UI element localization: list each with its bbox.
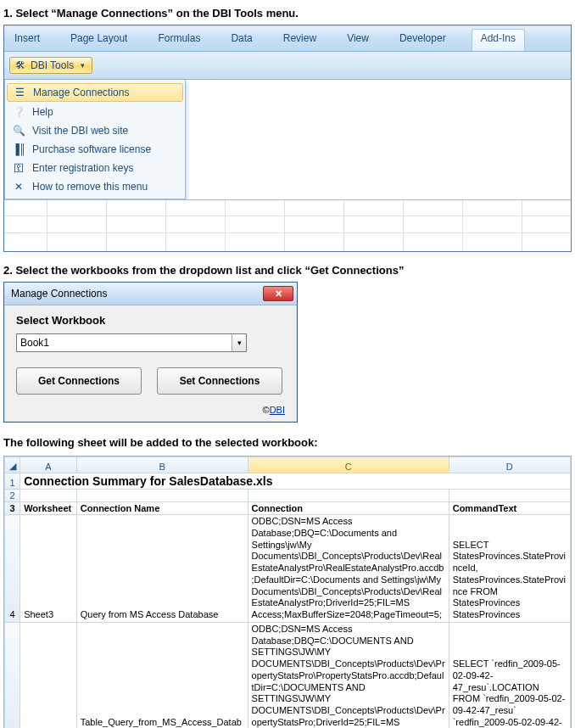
- dbi-tools-button[interactable]: 🛠 DBI Tools ▾: [9, 57, 92, 74]
- ribbon-screenshot: Insert Page Layout Formulas Data Review …: [3, 25, 572, 252]
- workbook-combo[interactable]: Book1 ▾: [16, 333, 247, 352]
- cell-worksheet[interactable]: Sheet3: [20, 515, 77, 623]
- help-icon: ❔: [12, 105, 25, 119]
- connection-summary-sheet: ◢ A B C D 1 Connection Summary for Sales…: [3, 456, 572, 728]
- menu-register[interactable]: ⚿ Enter registration keys: [5, 159, 185, 177]
- step1-title: 1. Select “Manage Connections” on the DB…: [3, 7, 572, 20]
- dialog-title: Manage Connections: [11, 288, 107, 300]
- menu-remove[interactable]: ✕ How to remove this menu: [5, 177, 185, 196]
- cell[interactable]: [248, 490, 449, 502]
- ribbon-tab-data[interactable]: Data: [226, 29, 257, 51]
- header-commandtext[interactable]: CommandText: [449, 502, 570, 515]
- col-header-D[interactable]: D: [449, 457, 570, 473]
- ribbon-tab-review[interactable]: Review: [278, 29, 321, 51]
- cell-worksheet[interactable]: Sheet1: [20, 622, 77, 728]
- select-all-corner[interactable]: ◢: [5, 457, 20, 473]
- col-header-B[interactable]: B: [76, 457, 248, 473]
- row-header-2[interactable]: 2: [5, 490, 20, 502]
- menu-label: Enter registration keys: [32, 162, 133, 174]
- header-connection[interactable]: Connection: [248, 502, 449, 515]
- tools-icon: 🛠: [15, 59, 25, 71]
- get-connections-button[interactable]: Get Connections: [16, 367, 142, 395]
- cell[interactable]: [449, 490, 570, 502]
- dialog-close-button[interactable]: ✕: [263, 286, 293, 301]
- menu-label: Help: [32, 106, 53, 118]
- ribbon-tab-developer[interactable]: Developer: [394, 29, 451, 51]
- ribbon-tab-formulas[interactable]: Formulas: [153, 29, 205, 51]
- close-icon: ✕: [12, 180, 25, 193]
- cell-commandtext[interactable]: SELECT `redfin_2009-05-02-09-42-47_resu`…: [449, 622, 570, 728]
- cell-connection[interactable]: ODBC;DSN=MS Access Database;DBQ=C:\Docum…: [248, 515, 449, 623]
- menu-label: Visit the DBI web site: [32, 125, 128, 137]
- dbi-tools-label: DBI Tools: [31, 59, 74, 71]
- key-icon: ⚿: [12, 161, 25, 175]
- chevron-down-icon: ▾: [232, 334, 246, 351]
- ribbon-tab-view[interactable]: View: [342, 29, 374, 51]
- cell-connection[interactable]: ODBC;DSN=MS Access Database;DBQ=C:\DOCUM…: [248, 622, 449, 728]
- header-worksheet[interactable]: Worksheet: [20, 502, 77, 515]
- menu-label: Manage Connections: [33, 87, 129, 98]
- cell[interactable]: [20, 490, 77, 502]
- barcode-icon: ▐║: [12, 143, 25, 156]
- cell-connection-name[interactable]: Table_Query_from_MS_Access_Database: [76, 622, 248, 728]
- sheet-title-cell[interactable]: Connection Summary for SalesDatabase.xls: [20, 473, 571, 490]
- dbi-link[interactable]: DBI: [270, 405, 285, 415]
- ribbon-tab-addins[interactable]: Add-Ins: [472, 29, 525, 51]
- row-header-3[interactable]: 3: [5, 502, 20, 515]
- connections-icon: ☰: [13, 86, 26, 99]
- dialog-credit: ©DBI: [4, 400, 297, 422]
- close-icon: ✕: [275, 289, 282, 299]
- cell-connection-name[interactable]: Query from MS Access Database: [76, 515, 248, 623]
- cell[interactable]: [76, 490, 248, 502]
- dbi-tools-menu: ☰ Manage Connections ❔ Help 🔍 Visit the …: [4, 80, 186, 199]
- chevron-down-icon: ▾: [81, 61, 85, 70]
- menu-help[interactable]: ❔ Help: [5, 103, 185, 121]
- col-header-A[interactable]: A: [20, 457, 77, 473]
- globe-icon: 🔍: [12, 124, 25, 137]
- set-connections-button[interactable]: Set Connections: [157, 367, 282, 395]
- sheet-intro-text: The following sheet will be added to the…: [3, 436, 572, 449]
- col-header-C[interactable]: C: [248, 457, 449, 473]
- row-header-5[interactable]: 5: [5, 622, 20, 728]
- menu-purchase[interactable]: ▐║ Purchase software license: [5, 140, 185, 159]
- ribbon-tabs: Insert Page Layout Formulas Data Review …: [4, 25, 571, 52]
- step2-title: 2. Select the workbooks from the dropdow…: [3, 264, 572, 277]
- menu-label: Purchase software license: [32, 143, 151, 155]
- ribbon-tab-insert[interactable]: Insert: [9, 29, 45, 51]
- worksheet-grid-bg: [4, 199, 571, 251]
- manage-connections-dialog: Manage Connections ✕ Select Workbook Boo…: [3, 282, 298, 423]
- header-connection-name[interactable]: Connection Name: [76, 502, 248, 515]
- menu-manage-connections[interactable]: ☰ Manage Connections: [7, 83, 183, 102]
- select-workbook-label: Select Workbook: [16, 314, 285, 327]
- menu-label: How to remove this menu: [32, 181, 148, 193]
- cell-commandtext[interactable]: SELECT StatesProvinces.StateProvinceId, …: [449, 515, 570, 623]
- ribbon-tab-pagelayout[interactable]: Page Layout: [65, 29, 132, 51]
- menu-visit-site[interactable]: 🔍 Visit the DBI web site: [5, 121, 185, 140]
- row-header-1[interactable]: 1: [5, 473, 20, 490]
- workbook-combo-value: Book1: [17, 337, 232, 349]
- row-header-4[interactable]: 4: [5, 515, 20, 623]
